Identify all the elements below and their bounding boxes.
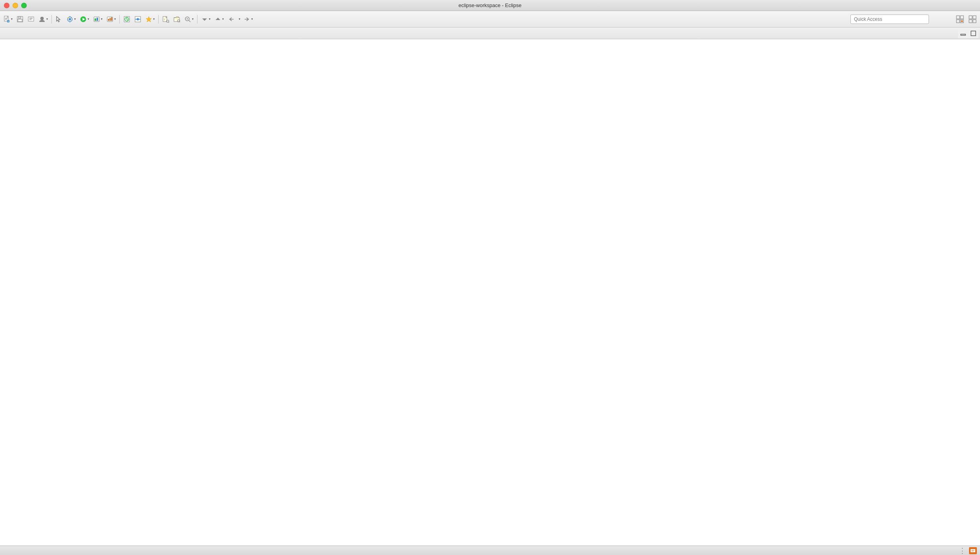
open-resource-icon xyxy=(173,16,180,23)
dropdown-arrow: ▾ xyxy=(101,17,102,21)
svg-rect-55 xyxy=(960,16,964,19)
title-bar: eclipse-workspace - Eclipse xyxy=(0,0,980,11)
dropdown-arrow: ▾ xyxy=(251,17,253,21)
team-sync-icon xyxy=(123,16,130,23)
select-tool-button[interactable] xyxy=(54,13,64,25)
maximize-panel-button[interactable] xyxy=(968,29,978,38)
minimize-button[interactable] xyxy=(13,3,18,8)
open-editor-button[interactable] xyxy=(26,13,36,25)
svg-point-15 xyxy=(40,17,44,20)
perspective-grid-button[interactable] xyxy=(954,13,966,25)
search-icon xyxy=(184,16,191,23)
maximize-panel-icon xyxy=(970,30,977,37)
dropdown-arrow: ▾ xyxy=(114,17,116,21)
perspective-grid-icon xyxy=(956,15,964,24)
notification-icon xyxy=(970,548,976,553)
build-button[interactable]: ▾ xyxy=(144,13,156,25)
prev-annotation-button[interactable]: ▾ xyxy=(199,13,212,25)
select-icon xyxy=(55,16,62,23)
svg-line-45 xyxy=(179,22,180,22)
svg-rect-26 xyxy=(95,18,96,21)
dropdown-arrow: ▾ xyxy=(239,17,240,21)
svg-rect-32 xyxy=(111,17,112,21)
dropdown-arrow: ▾ xyxy=(192,17,194,21)
svg-rect-54 xyxy=(956,16,960,19)
open-type-icon: T xyxy=(162,16,169,23)
profile-run-icon xyxy=(106,16,113,23)
debug-perspective-button[interactable]: ▾ xyxy=(65,13,77,25)
open-type-button[interactable]: T xyxy=(161,13,171,25)
svg-rect-10 xyxy=(19,20,21,21)
main-content-area xyxy=(0,39,980,546)
svg-rect-60 xyxy=(973,16,976,19)
open-perspective-icon xyxy=(968,15,977,24)
dropdown-arrow: ▾ xyxy=(11,17,13,21)
run-button[interactable]: ▾ xyxy=(78,13,91,25)
svg-point-18 xyxy=(69,18,71,20)
forward-button[interactable]: ▾ xyxy=(242,13,254,25)
svg-rect-59 xyxy=(969,16,972,19)
svg-rect-30 xyxy=(108,19,109,21)
svg-rect-8 xyxy=(18,16,21,18)
debug-icon xyxy=(66,16,73,23)
right-toolbar-area xyxy=(954,11,980,27)
svg-rect-27 xyxy=(97,18,98,21)
status-dots: ⋮ xyxy=(959,547,966,554)
svg-rect-65 xyxy=(971,549,975,552)
toolbar-sep-3 xyxy=(158,15,159,24)
svg-line-47 xyxy=(189,20,190,22)
svg-point-21 xyxy=(68,17,69,18)
minimize-panel-button[interactable] xyxy=(958,29,968,38)
next-annotation-icon xyxy=(214,16,221,23)
svg-rect-56 xyxy=(956,20,960,23)
close-button[interactable] xyxy=(4,3,9,8)
coverage-icon xyxy=(93,16,100,23)
new-file-icon xyxy=(3,16,10,23)
dropdown-arrow: ▾ xyxy=(153,17,155,21)
secondary-toolbar xyxy=(0,27,980,39)
dropdown-arrow: ▾ xyxy=(88,17,89,21)
profile-button[interactable]: ▾ xyxy=(37,13,49,25)
coverage-button[interactable]: ▾ xyxy=(91,13,104,25)
svg-marker-16 xyxy=(57,16,60,22)
back-button[interactable] xyxy=(226,13,236,25)
profile-run-button[interactable]: ▾ xyxy=(105,13,117,25)
commit-icon xyxy=(134,16,141,23)
svg-rect-61 xyxy=(969,20,972,23)
svg-rect-64 xyxy=(971,31,976,36)
commit-button[interactable] xyxy=(133,13,143,25)
svg-marker-51 xyxy=(216,18,220,20)
svg-rect-62 xyxy=(973,20,976,23)
next-annotation-button[interactable]: ▾ xyxy=(213,13,225,25)
search-button[interactable]: ▾ xyxy=(183,13,195,25)
perspective-buttons xyxy=(958,27,980,39)
toolbar-sep-2 xyxy=(119,15,120,24)
svg-rect-58 xyxy=(961,20,963,22)
new-file-button[interactable]: ▾ xyxy=(2,13,14,25)
svg-marker-50 xyxy=(202,18,207,21)
prev-annotation-icon xyxy=(201,16,208,23)
profile-icon xyxy=(38,16,46,23)
back-dropdown-button[interactable]: ▾ xyxy=(237,13,241,25)
status-bar: ⋮ xyxy=(0,546,980,555)
window-title: eclipse-workspace - Eclipse xyxy=(459,2,521,8)
quick-access-input[interactable] xyxy=(850,15,929,24)
svg-rect-31 xyxy=(110,18,111,21)
svg-text:T: T xyxy=(164,18,165,21)
open-resource-button[interactable] xyxy=(172,13,182,25)
dropdown-arrow: ▾ xyxy=(209,17,210,21)
open-editor-icon xyxy=(27,16,35,23)
window-controls xyxy=(4,3,27,8)
dropdown-arrow: ▾ xyxy=(74,17,76,21)
svg-line-42 xyxy=(168,22,169,23)
maximize-button[interactable] xyxy=(21,3,27,8)
save-button[interactable] xyxy=(15,13,25,25)
minimize-panel-icon xyxy=(960,30,967,37)
open-perspective-button[interactable] xyxy=(967,13,978,25)
notification-button[interactable] xyxy=(969,547,977,554)
build-icon xyxy=(145,16,152,23)
svg-point-36 xyxy=(137,18,139,20)
team-sync-button[interactable] xyxy=(122,13,132,25)
toolbar-sep-1 xyxy=(51,15,52,24)
main-toolbar: ▾ ▾ xyxy=(0,11,980,27)
